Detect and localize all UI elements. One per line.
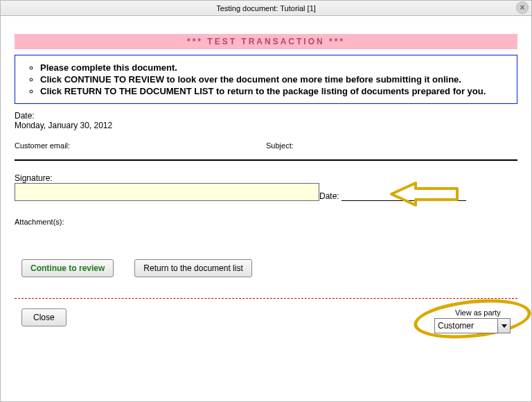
signature-field[interactable] bbox=[15, 183, 319, 201]
chevron-down-icon bbox=[497, 319, 510, 333]
dashed-separator bbox=[15, 298, 517, 299]
close-icon[interactable]: × bbox=[516, 1, 529, 14]
annotation-arrow-icon bbox=[384, 180, 461, 208]
instruction-item: Click RETURN TO THE DOCUMENT LIST to ret… bbox=[40, 86, 508, 96]
date-value: Monday, January 30, 2012 bbox=[15, 121, 112, 130]
customer-email-label: Customer email: bbox=[15, 141, 266, 150]
date-label: Date: bbox=[15, 111, 35, 121]
signature-label: Signature: bbox=[15, 173, 319, 183]
view-as-party-select[interactable]: Customer bbox=[434, 318, 511, 333]
subject-label: Subject: bbox=[266, 141, 517, 150]
view-as-party-label: View as party bbox=[455, 308, 511, 317]
close-button[interactable]: Close bbox=[21, 308, 66, 326]
return-to-document-list-button[interactable]: Return to the document list bbox=[134, 259, 251, 277]
instructions-box: Please complete this document. Click CON… bbox=[15, 55, 517, 104]
divider-line bbox=[15, 159, 517, 161]
attachments-label: Attachment(s): bbox=[15, 218, 517, 226]
view-as-party-selected: Customer bbox=[438, 321, 474, 331]
test-transaction-banner: *** TEST TRANSACTION *** bbox=[15, 34, 517, 49]
continue-to-review-button[interactable]: Continue to review bbox=[21, 259, 114, 277]
window-titlebar: Testing document: Tutorial [1] × bbox=[1, 1, 531, 16]
instruction-item: Please complete this document. bbox=[40, 62, 508, 73]
date2-label: Date: bbox=[319, 191, 339, 201]
instruction-item: Click CONTINUE TO REVIEW to look over th… bbox=[40, 74, 508, 85]
window-title: Testing document: Tutorial [1] bbox=[216, 4, 316, 12]
